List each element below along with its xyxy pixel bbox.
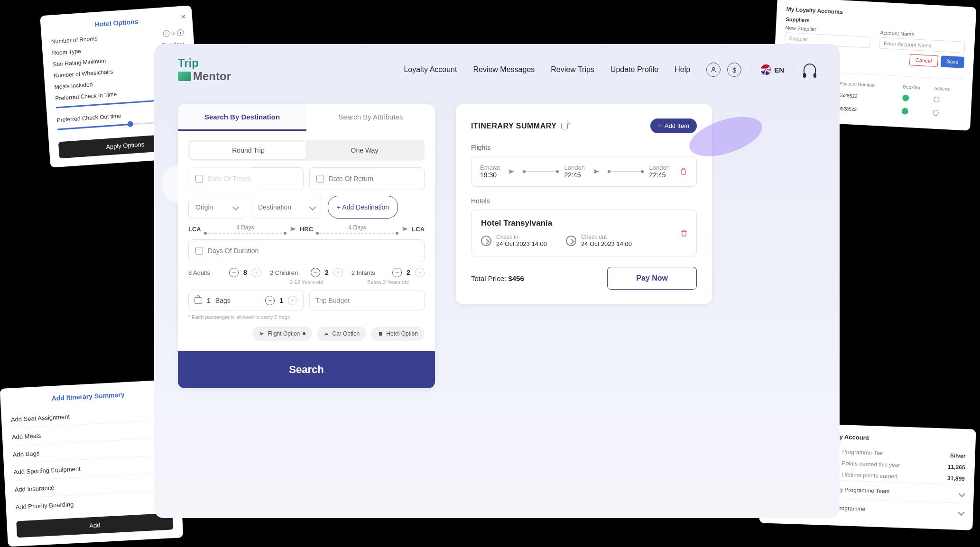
status-badge: [901, 108, 908, 115]
cancel-button[interactable]: Cancel: [909, 54, 938, 67]
pay-now-button[interactable]: Pay Now: [607, 267, 697, 290]
language-selector[interactable]: EN: [761, 64, 784, 75]
total-price: Total Price: $456: [471, 274, 524, 283]
adults-stepper: 8 Adults −8+: [188, 268, 261, 277]
cloud-decoration: [161, 165, 261, 203]
search-button[interactable]: Search: [178, 351, 435, 388]
round-trip-option[interactable]: Round Trip: [190, 142, 306, 159]
svg-point-0: [712, 67, 715, 70]
hotel-name: Hotel Transylvania: [481, 219, 687, 228]
minus-button[interactable]: −: [265, 296, 275, 305]
car-option-chip[interactable]: Car Option: [317, 327, 366, 341]
support-icon[interactable]: [804, 64, 816, 76]
checkout-label: Preferred Check Out time: [56, 112, 121, 123]
infants-stepper: 2 Infants −2+: [351, 268, 425, 277]
flag-icon: [761, 64, 771, 75]
flight-card: Emarat19:30 London22:45 London22:45: [471, 156, 697, 187]
checkin-icon: [481, 236, 491, 246]
trash-icon[interactable]: [679, 167, 688, 176]
one-way-option[interactable]: One Way: [306, 142, 423, 159]
gear-icon[interactable]: [933, 110, 939, 116]
add-destination-button[interactable]: + Add Destination: [328, 196, 398, 219]
nav-profile[interactable]: Update Profile: [610, 65, 658, 74]
rooms-stepper[interactable]: −to+: [163, 29, 184, 37]
plus-button[interactable]: +: [288, 296, 297, 305]
plane-icon: [592, 168, 600, 175]
nav-messages[interactable]: Review Messages: [473, 65, 535, 74]
hotels-label: Hotels: [471, 197, 697, 205]
status-badge: [902, 94, 909, 101]
save-button[interactable]: Save: [941, 55, 964, 68]
gear-icon[interactable]: [934, 97, 940, 103]
minus-button[interactable]: −: [392, 268, 402, 277]
plane-icon: [289, 225, 297, 233]
external-link-icon[interactable]: [561, 123, 568, 129]
svg-rect-1: [379, 332, 382, 336]
chevron-down-icon: [958, 509, 964, 516]
car-icon: [324, 331, 329, 337]
itinerary-panel: ITINERARY SUMMARY +Add Item Flights Emar…: [456, 104, 712, 304]
active-dot-icon: [303, 332, 305, 335]
chevron-down-icon: [959, 491, 965, 497]
suitcase-icon: [194, 297, 202, 304]
logo-icon: [178, 72, 191, 81]
plane-icon: [508, 168, 515, 175]
minus-button[interactable]: −: [311, 268, 320, 277]
plane-icon: [259, 331, 265, 337]
rooms-label: Number of Rooms: [51, 35, 98, 45]
hotel-option-chip[interactable]: Hotel Option: [371, 327, 425, 341]
calendar-icon: [316, 175, 324, 182]
plus-button[interactable]: +: [415, 268, 425, 277]
destination-field[interactable]: Destination: [251, 196, 322, 219]
plus-button[interactable]: +: [252, 268, 261, 277]
calendar-icon: [195, 247, 203, 255]
date-return-field[interactable]: Date Of Return: [309, 167, 425, 190]
search-panel: Search By Destination Search By Attribut…: [178, 104, 435, 388]
bag-hint: * Each passenger is allowed to carry 2 b…: [188, 314, 425, 320]
minus-button[interactable]: −: [229, 268, 239, 277]
trip-type-toggle: Round Trip One Way: [188, 140, 425, 161]
nav-trips[interactable]: Review Trips: [551, 65, 594, 74]
hotel-card: Hotel Transylvania Check in24 Oct 2023 1…: [471, 210, 697, 256]
trash-icon[interactable]: [680, 229, 688, 237]
tab-search-attributes[interactable]: Search By Attributes: [306, 104, 435, 131]
main-nav: Loyalty Account Review Messages Review T…: [404, 63, 816, 77]
add-button[interactable]: Add: [16, 513, 173, 538]
bags-field: 1 Bags −1+: [188, 291, 304, 310]
add-itinerary-title: Add Itinerary Summary: [9, 389, 166, 404]
add-item-button[interactable]: +Add Item: [650, 119, 697, 133]
tab-search-destination[interactable]: Search By Destination: [178, 104, 306, 131]
close-icon[interactable]: ×: [181, 12, 186, 21]
checkout-icon: [566, 236, 576, 246]
account-name-input[interactable]: Enter Account Name: [879, 37, 965, 53]
checkin-label: Preferred Check In Time: [55, 91, 117, 102]
app-window: Trip Mentor Loyalty Account Review Messa…: [154, 44, 840, 518]
plus-button[interactable]: +: [333, 268, 343, 277]
itinerary-title: ITINERARY SUMMARY: [471, 122, 556, 130]
trip-budget-field[interactable]: Trip Budget: [309, 291, 425, 310]
route-preview: LCA 4 Days HRC 4 Days LCA: [188, 224, 425, 234]
plane-icon: [401, 225, 409, 233]
days-duration-field[interactable]: Days Of Duration: [188, 239, 425, 262]
chevron-down-icon: [232, 204, 239, 210]
building-icon: [378, 331, 383, 337]
nav-help[interactable]: Help: [675, 65, 690, 74]
chevron-down-icon: [309, 204, 316, 210]
calendar-icon: [195, 175, 203, 182]
user-icon[interactable]: [706, 63, 721, 77]
meals-label: Meals Included: [54, 81, 92, 91]
nav-loyalty[interactable]: Loyalty Account: [404, 65, 457, 74]
logo[interactable]: Trip Mentor: [178, 56, 231, 83]
header: Trip Mentor Loyalty Account Review Messa…: [154, 44, 840, 83]
star-label: Star Rating Minimum: [53, 57, 106, 68]
roomtype-label: Room Type: [52, 48, 81, 56]
flights-label: Flights: [471, 144, 697, 151]
children-stepper: 2 Children −2+: [270, 268, 343, 277]
currency-icon[interactable]: $: [727, 63, 741, 77]
flight-option-chip[interactable]: Flight Option: [252, 327, 312, 341]
